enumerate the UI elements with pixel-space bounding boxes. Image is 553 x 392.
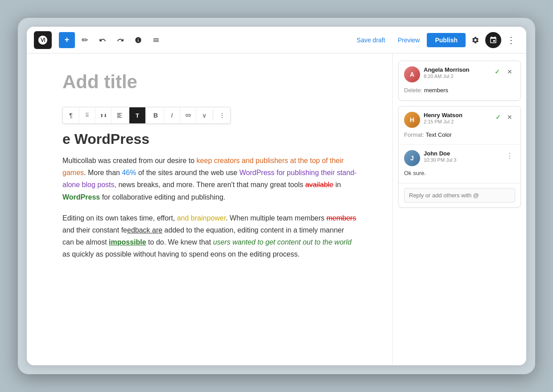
redo-button[interactable] [112,32,128,48]
app-window: + ✏ Save draft Preview Publish [18,18,535,374]
editor-title[interactable]: Add title [62,71,357,93]
toolbar: + ✏ Save draft Preview Publish [27,27,526,53]
avatar-john: J [404,150,420,166]
avatar-henry: H [404,112,420,128]
heading-partial-container: e WordPress [62,131,357,147]
text-type-button[interactable]: T [129,107,145,123]
move-up-down-button[interactable]: ⬆⬇ [95,107,111,123]
p1-strike: available [305,181,333,188]
avatar-angela: A [404,66,420,82]
comment-1-author: Angela Morrison [424,66,488,73]
comment-1-actions: ✓ ✕ [492,66,515,77]
comment-1-value: members [424,87,448,94]
john-author: John Doe [424,150,501,157]
editor-area[interactable]: Add title ¶ ⠿ ⬆⬇ T B I [27,53,392,365]
p1-percent: 46% [122,169,136,176]
john-meta: John Doe 10:30 PM Jul 3 [424,150,501,163]
p2-after-italic: as quickly as possible without having to… [62,250,300,258]
undo-button[interactable] [95,32,111,48]
editor-window: + ✏ Save draft Preview Publish [27,27,526,365]
wp-logo [34,31,52,49]
p1-wp: WordPress [62,193,100,201]
info-button[interactable] [130,32,146,48]
editor-content[interactable]: Multicollab was created from our desire … [62,155,357,261]
john-header: J John Doe 10:30 PM Jul 3 ⋮ [404,150,515,166]
save-draft-button[interactable]: Save draft [351,33,391,47]
preview-button[interactable]: Preview [392,33,425,47]
john-actions: ⋮ [504,150,515,161]
p2-green-italic: users wanted to get content out to the w… [213,238,351,246]
block-more-button[interactable]: ⋮ [214,107,230,123]
p2-red-strike: members [326,214,356,222]
thread-comment-henry: H Henry Watson 2:15 PM Jul 2 ✓ ✕ For [399,106,520,145]
paragraph-2: Editing on its own takes time, effort, a… [62,212,357,261]
comment-1-header: A Angela Morrison 8:20 AM Jul 2 ✓ ✕ [404,66,515,82]
comment-thread: H Henry Watson 2:15 PM Jul 2 ✓ ✕ For [398,106,521,208]
p2-green-ul: impossible [109,238,146,246]
henry-header: H Henry Watson 2:15 PM Jul 2 ✓ ✕ [404,112,515,128]
comment-1-time: 8:20 AM Jul 2 [424,74,488,79]
p1-after-percent: of the sites around the web use [136,169,239,176]
comment-1-check-button[interactable]: ✓ [492,66,503,77]
henry-label: Format: [404,131,425,138]
henry-body: Format: Text Color [404,131,515,139]
p1-after-purple: , news breaks, and more. There aren't th… [115,181,305,188]
comments-panel: A Angela Morrison 8:20 AM Jul 2 ✓ ✕ Dele… [392,53,526,365]
settings-button[interactable] [467,32,483,48]
john-dots-button[interactable]: ⋮ [504,150,515,161]
john-body: Ok sure. [404,169,515,178]
link-button[interactable] [180,107,196,123]
comment-1-close-button[interactable]: ✕ [504,66,515,77]
henry-actions: ✓ ✕ [493,112,515,122]
comment-1-body: Delete: members [404,86,515,95]
p2-before-yellow: Editing on its own takes time, effort, [62,214,177,222]
paragraph-1: Multicollab was created from our desire … [62,155,357,203]
thread-comment-john: J John Doe 10:30 PM Jul 3 ⋮ Ok sure. [399,144,520,183]
p1-before-link: Multicollab was created from our desire … [62,157,197,164]
p2-yellow: and brainpower [177,214,226,222]
henry-value: Text Color [425,131,452,138]
henry-check-button[interactable]: ✓ [493,112,503,122]
more-formats-button[interactable]: ∨ [196,107,212,123]
comment-1-meta: Angela Morrison 8:20 AM Jul 2 [424,66,488,79]
comment-1-label: Delete: [404,87,424,94]
drag-handle[interactable]: ⠿ [79,107,95,123]
comment-card-1: A Angela Morrison 8:20 AM Jul 2 ✓ ✕ Dele… [398,61,521,101]
p2-after-impossible: to do. We knew that [146,238,213,246]
main-area: Add title ¶ ⠿ ⬆⬇ T B I [27,53,526,365]
italic-button[interactable]: I [164,107,180,123]
bold-button[interactable]: B [148,107,164,123]
reply-input[interactable] [404,188,515,203]
p2-after-yellow: . When multiple team members [226,214,326,222]
publish-button[interactable]: Publish [427,33,466,47]
paragraph-button[interactable]: ¶ [63,107,79,123]
henry-time: 2:15 PM Jul 2 [424,119,489,124]
p1-after-wp: for collaborative editing and publishing… [100,193,225,201]
add-block-button[interactable]: + [59,32,75,48]
p2-underline: edback are [127,226,162,234]
p2-after-members: and their constant fe [62,226,127,234]
align-button[interactable] [111,107,127,123]
more-options-button[interactable]: ⋮ [503,32,519,48]
p1-after-strike: in [334,181,341,188]
henry-author: Henry Watson [424,112,489,118]
list-view-button[interactable] [148,32,164,48]
reply-input-row [399,183,520,207]
block-toolbar: ¶ ⠿ ⬆⬇ T B I ∨ ⋮ [62,107,231,124]
henry-meta: Henry Watson 2:15 PM Jul 2 [424,112,489,124]
pin-button[interactable] [485,32,501,48]
henry-close-button[interactable]: ✕ [504,112,515,122]
john-time: 10:30 PM Jul 3 [424,157,501,163]
tools-button[interactable]: ✏ [77,32,93,48]
heading-partial-text: e WordPress [62,131,149,147]
p1-after-link: . More than [84,169,122,176]
wp-logo-icon [37,35,48,45]
